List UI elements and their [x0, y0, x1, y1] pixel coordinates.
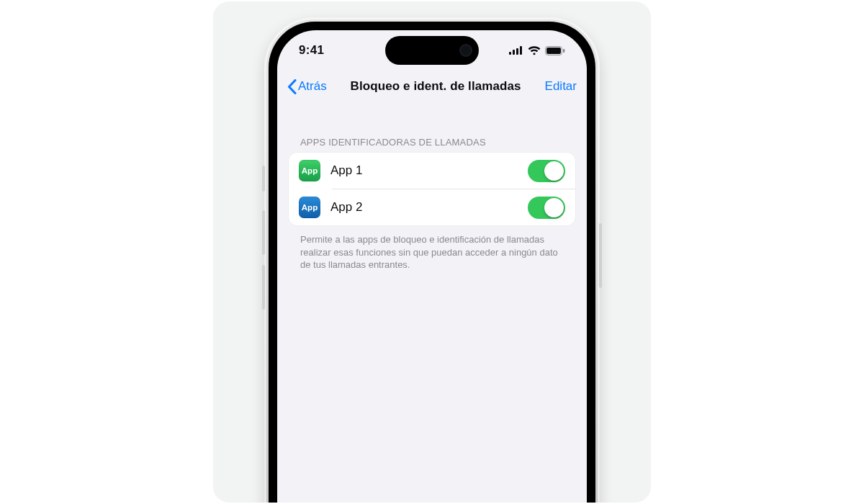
- toggle-switch[interactable]: [528, 160, 565, 182]
- side-button-vol-down: [262, 265, 265, 310]
- toggle-knob: [544, 198, 564, 217]
- app-name-label: App 1: [330, 163, 528, 178]
- list-item[interactable]: App App 2: [289, 189, 575, 225]
- toggle-knob: [544, 161, 564, 181]
- app-list: App App 1 App App 2: [289, 153, 575, 225]
- backdrop-card: 9:41: [213, 1, 651, 503]
- battery-icon: [545, 46, 565, 55]
- phone-frame: 9:41: [264, 17, 600, 503]
- status-indicators: [509, 46, 565, 55]
- svg-rect-3: [520, 46, 522, 55]
- svg-rect-0: [509, 52, 511, 55]
- list-item[interactable]: App App 1: [289, 153, 575, 189]
- section-header: APPS IDENTIFICADORAS DE LLAMADAS: [300, 137, 564, 148]
- chevron-left-icon: [287, 79, 297, 94]
- svg-rect-5: [546, 48, 561, 54]
- cellular-icon: [509, 46, 523, 55]
- wifi-icon: [528, 46, 541, 55]
- side-button-power: [599, 223, 602, 288]
- nav-bar: Atrás Bloqueo e ident. de llamadas Edita…: [277, 71, 587, 102]
- app-icon: App: [299, 160, 320, 181]
- back-button[interactable]: Atrás: [287, 79, 327, 94]
- page-title: Bloqueo e ident. de llamadas: [351, 79, 521, 94]
- app-icon: App: [299, 197, 320, 218]
- svg-rect-1: [513, 50, 515, 55]
- svg-rect-6: [563, 49, 564, 53]
- section-footer: Permite a las apps de bloqueo e identifi…: [300, 233, 564, 271]
- stage: 9:41: [0, 0, 864, 504]
- edit-button[interactable]: Editar: [545, 79, 577, 94]
- status-time: 9:41: [299, 43, 324, 58]
- toggle-switch[interactable]: [528, 197, 565, 219]
- svg-rect-2: [516, 48, 518, 55]
- back-label: Atrás: [298, 79, 327, 94]
- camera-dot-icon: [459, 44, 472, 57]
- side-button-silence: [262, 166, 265, 192]
- side-button-vol-up: [262, 210, 265, 255]
- dynamic-island: [385, 36, 479, 65]
- app-name-label: App 2: [330, 200, 528, 215]
- phone-screen: 9:41: [277, 30, 587, 503]
